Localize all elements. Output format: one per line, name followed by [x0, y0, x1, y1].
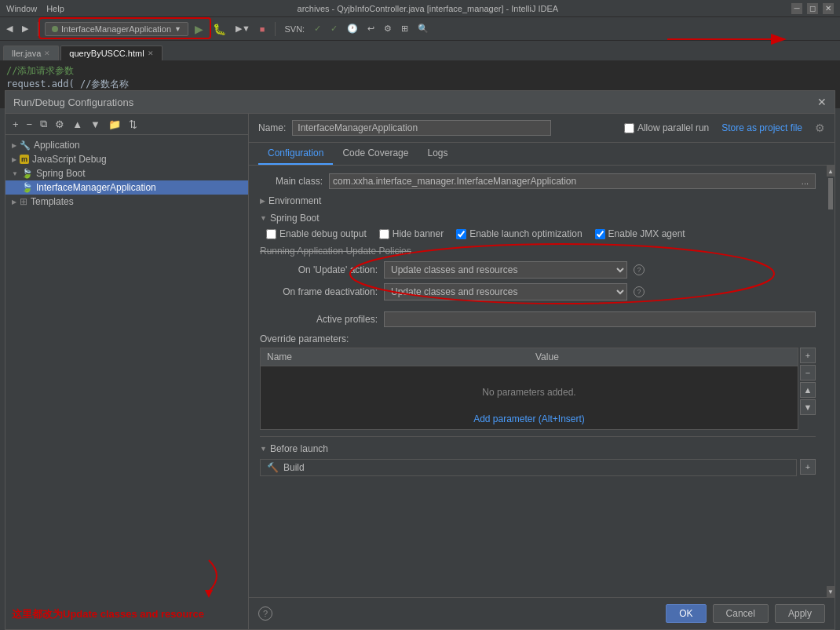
- name-field-label: Name:: [258, 122, 286, 133]
- remove-config-button[interactable]: −: [24, 118, 35, 131]
- svn-update[interactable]: ✓: [311, 22, 324, 35]
- build-icon: 🔨: [267, 462, 279, 473]
- tree-item-templates[interactable]: ▶ ⊞ Templates: [5, 195, 248, 209]
- search-button[interactable]: 🔍: [415, 22, 432, 35]
- enable-debug-checkbox[interactable]: [266, 229, 276, 239]
- table-remove-button[interactable]: −: [800, 365, 816, 381]
- svn-label[interactable]: SVN:: [282, 23, 309, 35]
- on-frame-help-button[interactable]: ?: [634, 286, 645, 297]
- content-wrapper: Main class: ... ▶ Environment: [249, 166, 835, 597]
- spring-boot-header[interactable]: ▼ Spring Boot: [260, 213, 816, 224]
- build-item[interactable]: 🔨 Build: [260, 459, 797, 476]
- svn-commit[interactable]: ✓: [327, 22, 341, 35]
- table-down-button[interactable]: ▼: [800, 399, 816, 415]
- move-down-button[interactable]: ▼: [88, 118, 103, 131]
- separator-2: [275, 22, 276, 36]
- tab-logs[interactable]: Logs: [418, 143, 457, 165]
- table-header-row: Name Value: [261, 348, 798, 366]
- tab-controller-java[interactable]: ller.java ✕: [3, 46, 59, 60]
- application-icon: 🔧: [20, 140, 31, 151]
- run-config-dropdown-arrow: ▼: [174, 25, 181, 33]
- svn-revert[interactable]: ↩: [364, 22, 378, 35]
- back-button[interactable]: ◀: [3, 22, 16, 35]
- dialog-title-bar: Run/Debug Configurations ✕: [5, 91, 835, 114]
- help-button[interactable]: ?: [258, 606, 272, 621]
- tab-configuration[interactable]: Configuration: [258, 143, 333, 165]
- before-launch-add-button[interactable]: +: [800, 459, 816, 475]
- move-up-button[interactable]: ▲: [70, 118, 85, 131]
- table-add-button[interactable]: +: [800, 348, 816, 363]
- store-as-project-button[interactable]: Store as project file: [721, 122, 802, 133]
- table-action-buttons: + − ▲ ▼: [800, 348, 816, 430]
- close-button[interactable]: ✕: [823, 3, 834, 14]
- tree-item-label: JavaScript Debug: [32, 154, 107, 165]
- cancel-button[interactable]: Cancel: [713, 604, 769, 623]
- spring-boot-label: Spring Boot: [270, 213, 320, 224]
- close-icon[interactable]: ✕: [44, 49, 50, 57]
- minimize-button[interactable]: ─: [791, 3, 802, 14]
- tab-code-coverage[interactable]: Code Coverage: [333, 143, 418, 165]
- scrollbar-down-button[interactable]: ▼: [827, 586, 835, 597]
- active-profiles-label: Active profiles:: [260, 314, 378, 325]
- run-button[interactable]: ▶: [192, 21, 206, 37]
- tab-querybyuscc-html[interactable]: queryByUSCC.html ✕: [60, 46, 162, 60]
- tree-item-interface-manager-app[interactable]: 🍃 InterfaceManagerApplication: [5, 180, 248, 195]
- close-icon[interactable]: ✕: [148, 49, 154, 57]
- main-class-browse-button[interactable]: ...: [798, 177, 812, 186]
- add-param-link[interactable]: Add parameter (Alt+Insert): [473, 413, 585, 424]
- add-config-button[interactable]: +: [10, 118, 21, 131]
- right-scrollbar[interactable]: ▲ ▼: [827, 166, 835, 597]
- name-input[interactable]: [292, 120, 551, 136]
- main-class-input[interactable]: [333, 176, 798, 187]
- run-config-button[interactable]: InterfaceManagerApplication ▼: [45, 22, 188, 36]
- scrollbar-thumb[interactable]: [828, 178, 833, 209]
- forward-button[interactable]: ▶: [19, 22, 31, 35]
- menu-bar: Window Help: [6, 4, 64, 13]
- ok-button[interactable]: OK: [666, 604, 706, 623]
- debug-button[interactable]: 🐛: [210, 21, 229, 37]
- gear-icon[interactable]: ⚙: [815, 122, 825, 134]
- js-icon: m: [20, 155, 29, 164]
- scrollbar-track: [827, 177, 835, 586]
- folder-button[interactable]: 📁: [106, 118, 123, 131]
- svn-extra[interactable]: ⊞: [398, 22, 411, 35]
- allow-parallel-checkbox[interactable]: [624, 123, 634, 133]
- environment-section-header[interactable]: ▶ Environment: [260, 195, 816, 206]
- allow-parallel-label[interactable]: Allow parallel run: [624, 122, 709, 133]
- table-up-button[interactable]: ▲: [800, 382, 816, 398]
- dialog-close-button[interactable]: ✕: [817, 96, 827, 108]
- config-tree-panel: + − ⧉ ⚙ ▲ ▼ 📁 ⇅ ▶ 🔧 Application ▶ m Java…: [5, 114, 249, 629]
- on-frame-select[interactable]: Do nothing Update classes and resources …: [384, 283, 627, 300]
- stop-button[interactable]: ■: [257, 23, 268, 35]
- tree-item-js-debug[interactable]: ▶ m JavaScript Debug: [5, 152, 248, 166]
- settings-config-button[interactable]: ⚙: [53, 118, 67, 131]
- enable-debug-label[interactable]: Enable debug output: [266, 228, 367, 239]
- run-debug-dialog: Run/Debug Configurations ✕ + − ⧉ ⚙ ▲ ▼ 📁…: [5, 90, 835, 630]
- running-app-title: Running Application Update Policies: [260, 246, 816, 257]
- spring-boot-options: Enable debug output Hide banner Enable l…: [266, 228, 816, 239]
- scrollbar-up-button[interactable]: ▲: [827, 166, 835, 177]
- tree-item-spring-boot[interactable]: ▼ 🍃 Spring Boot: [5, 166, 248, 180]
- tree-item-label: Spring Boot: [36, 168, 86, 179]
- enable-jmx-checkbox[interactable]: [595, 229, 605, 239]
- svn-settings[interactable]: ⚙: [381, 22, 395, 35]
- sort-button[interactable]: ⇅: [126, 118, 140, 131]
- menu-window[interactable]: Window: [6, 4, 37, 13]
- menu-help[interactable]: Help: [46, 4, 64, 13]
- tree-item-application[interactable]: ▶ 🔧 Application: [5, 138, 248, 152]
- enable-launch-checkbox[interactable]: [456, 229, 466, 239]
- more-run-button[interactable]: ▶▼: [232, 22, 254, 35]
- hide-banner-checkbox[interactable]: [379, 229, 389, 239]
- hide-banner-label[interactable]: Hide banner: [379, 228, 444, 239]
- copy-config-button[interactable]: ⧉: [38, 117, 49, 131]
- enable-jmx-label[interactable]: Enable JMX agent: [595, 228, 685, 239]
- spring-app-icon: 🍃: [21, 182, 33, 193]
- restore-button[interactable]: ◻: [807, 3, 818, 14]
- active-profiles-input[interactable]: [384, 311, 816, 327]
- enable-launch-label[interactable]: Enable launch optimization: [456, 228, 582, 239]
- on-update-help-button[interactable]: ?: [634, 264, 645, 275]
- apply-button[interactable]: Apply: [775, 604, 825, 623]
- before-launch-header[interactable]: ▼ Before launch: [260, 443, 816, 454]
- svn-history[interactable]: 🕐: [344, 22, 361, 35]
- on-update-select[interactable]: Do nothing Update classes and resources …: [384, 261, 627, 279]
